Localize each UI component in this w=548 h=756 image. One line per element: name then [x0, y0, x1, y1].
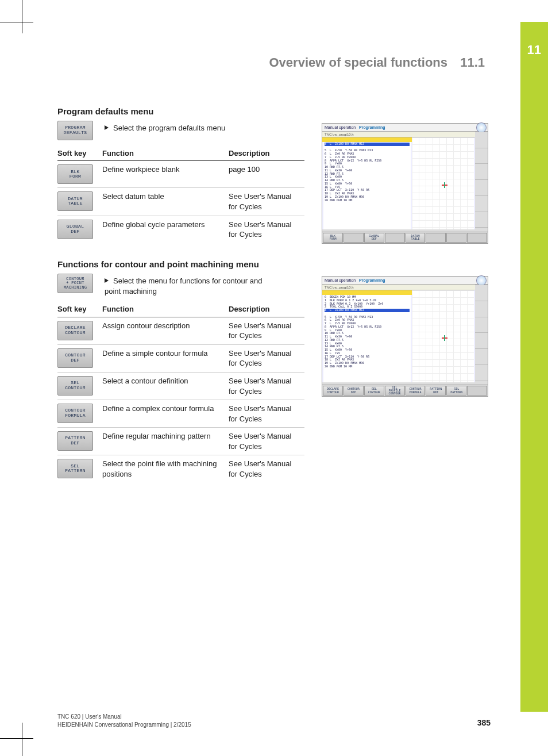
softkey-contour-formula: CONTOUR FORMULA [57, 404, 93, 423]
ss-code-listing: 4 L Z+100 R0 FMAX M13 5 L X-50 Y-50 R0 F… [323, 142, 411, 231]
crop-mark [0, 22, 33, 22]
chapter-number: 11 [527, 41, 541, 59]
th-description: Description [229, 302, 304, 317]
ss-softkey-row: BLK FORMGLOBAL DEFDATUM TABLE [322, 232, 488, 243]
description-cell: See User's Manual for Cycles [229, 400, 304, 428]
ss-right-toolbar [475, 285, 488, 396]
softkey-program-defaults: PROGRAM DEFAULTS [57, 121, 93, 140]
cursor-icon [442, 182, 447, 188]
running-head: Overview of special functions 11.1 [57, 54, 485, 71]
ss-softkey-empty [385, 233, 405, 243]
ss-softkey-pattern-def: PATTERN DEF [426, 386, 446, 396]
table-row: CONTOUR DEFDefine a simple contour formu… [57, 344, 304, 372]
page-content: Overview of special functions 11.1 Progr… [57, 34, 491, 722]
function-cell: Define a simple contour formula [102, 344, 229, 372]
function-cell: Define workpiece blank [102, 161, 229, 188]
th-function: Function [102, 146, 229, 161]
triangle-bullet-icon [105, 125, 109, 130]
ss-mode-manual: Manual operation [325, 125, 356, 130]
ss-softkey-declare-contour: DECLARE CONTOUR [323, 386, 343, 396]
table-row: DATUM TABLESelect datum tableSee User's … [57, 188, 304, 216]
description-cell: See User's Manual for Cycles [229, 344, 304, 372]
ss-softkey-empty [467, 233, 487, 243]
th-function: Function [102, 302, 229, 317]
table-row: SEL PATTERNSelect the point file with ma… [57, 455, 304, 483]
ss-file-path: TNC:\nc_prog\10.h [322, 285, 475, 290]
ss-softkey-datum-table: DATUM TABLE [406, 233, 426, 243]
softkey-declare-contour: DECLARE CONTOUR [57, 321, 93, 340]
ss-file-path: TNC:\nc_prog\10.h [322, 132, 475, 137]
ss-softkey-empty [467, 386, 487, 396]
section1-intro: Select the program defaults menu [105, 121, 225, 133]
softkey-blk-form: BLK FORM [57, 164, 93, 184]
section2-heading: Functions for contour and point machinin… [57, 259, 491, 270]
softkey-global-def: GLOBAL DEF [57, 220, 93, 239]
function-cell: Select a contour definition [102, 373, 229, 400]
section2-screenshot: Manual operation Programming TNC:\nc_pro… [322, 276, 488, 397]
page-footer: TNC 620 | User's Manual HEIDENHAIN Conve… [57, 713, 491, 728]
chapter-tab: 11 [520, 22, 548, 712]
function-cell: Select the point file with machining pos… [102, 455, 229, 483]
description-cell: See User's Manual for Cycles [229, 317, 304, 344]
ss-softkey-empty [426, 233, 446, 243]
softkey-datum-table: DATUM TABLE [57, 191, 93, 211]
cursor-icon [442, 335, 447, 341]
running-head-number: 11.1 [460, 55, 485, 70]
page-number: 385 [477, 717, 491, 728]
ss-graphics-area [412, 290, 474, 383]
description-cell: See User's Manual for Cycles [229, 428, 304, 455]
triangle-bullet-icon [105, 278, 109, 283]
description-cell: See User's Manual for Cycles [229, 216, 304, 243]
function-cell: Define global cycle parameters [102, 216, 229, 243]
section2-intro: Select the menu for functions for contou… [105, 274, 277, 296]
ss-softkey-sel-contour: SEL CONTOUR [364, 386, 384, 396]
ss-highlight [322, 137, 412, 142]
footer-line2: HEIDENHAIN Conversational Programming | … [57, 721, 191, 729]
footer-line1: TNC 620 | User's Manual [57, 713, 191, 721]
ss-softkey-sel-pattern: SEL PATTERN [446, 386, 466, 396]
th-softkey: Soft key [57, 302, 102, 317]
ss-mode-programming: Programming [359, 125, 385, 130]
crop-mark [0, 738, 33, 739]
section1-table: Soft key Function Description BLK FORMDe… [57, 146, 304, 243]
ss-softkey-blk-form: BLK FORM [323, 233, 343, 243]
description-cell: See User's Manual for Cycles [229, 455, 304, 483]
description-cell: See User's Manual for Cycles [229, 188, 304, 216]
description-cell: page 100 [229, 161, 304, 188]
table-row: DECLARE CONTOURAssign contour descriptio… [57, 317, 304, 344]
softkey-contour-def: CONTOUR DEF [57, 348, 93, 368]
ss-softkey-empty [446, 233, 466, 243]
ss-mode-programming: Programming [359, 278, 385, 283]
crop-mark [22, 0, 22, 33]
ss-softkey-row: DECLARE CONTOURCONTOUR DEFSEL CONTOURSEL… [322, 385, 488, 396]
softkey-contour-point-machining: CONTOUR + POINT MACHINING [57, 274, 93, 293]
ss-softkey-empty [344, 233, 364, 243]
function-cell: Select datum table [102, 188, 229, 216]
function-cell: Define a complex contour formula [102, 400, 229, 428]
ss-softkey-global-def: GLOBAL DEF [364, 233, 384, 243]
ss-highlight [322, 290, 412, 295]
table-row: GLOBAL DEFDefine global cycle parameters… [57, 216, 304, 243]
running-head-title: Overview of special functions [269, 55, 448, 70]
th-softkey: Soft key [57, 146, 102, 161]
ss-mode-manual: Manual operation [325, 278, 356, 283]
function-cell: Assign contour description [102, 317, 229, 344]
section1-screenshot: Manual operation Programming TNC:\nc_pro… [322, 123, 488, 244]
section2-table: Soft key Function Description DECLARE CO… [57, 302, 304, 482]
table-row: PATTERN DEFDefine regular machining patt… [57, 428, 304, 455]
description-cell: See User's Manual for Cycles [229, 373, 304, 400]
ss-code-listing: 0 BEGIN PGM 10 MM 1 BLK FORM 0.1 Z X+0 Y… [323, 295, 411, 383]
ss-softkey-contour-def: CONTOUR DEF [344, 386, 364, 396]
softkey-sel-pattern: SEL PATTERN [57, 459, 93, 478]
softkey-sel-contour: SEL CONTOUR [57, 376, 93, 396]
ss-graphics-area [412, 137, 474, 231]
ss-softkey-sel-profile-contour: SEL PROFILE CONTOUR [385, 386, 405, 396]
crop-mark [22, 723, 22, 756]
table-row: CONTOUR FORMULADefine a complex contour … [57, 400, 304, 428]
table-row: BLK FORMDefine workpiece blankpage 100 [57, 161, 304, 188]
function-cell: Define regular machining pattern [102, 428, 229, 455]
table-row: SEL CONTOURSelect a contour definitionSe… [57, 373, 304, 400]
th-description: Description [229, 146, 304, 161]
ss-softkey-contour-formula: CONTOUR FORMULA [406, 386, 426, 396]
softkey-pattern-def: PATTERN DEF [57, 431, 93, 451]
